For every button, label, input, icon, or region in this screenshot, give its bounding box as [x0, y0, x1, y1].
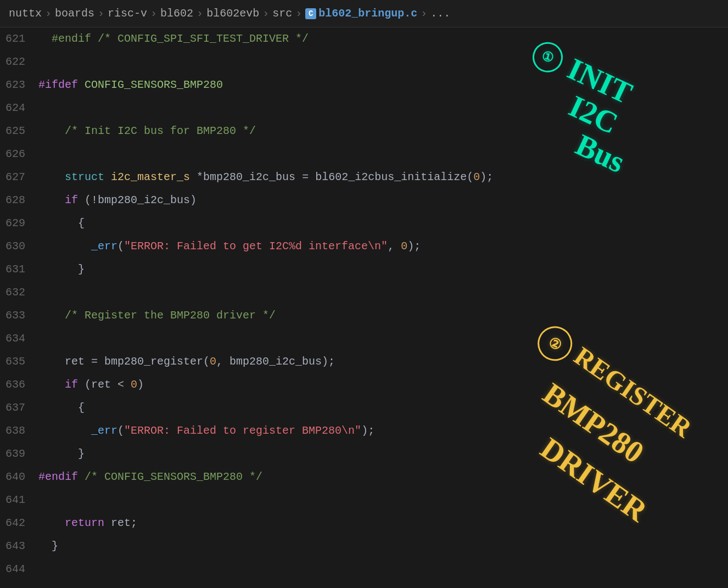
line-number: 640 — [0, 466, 38, 489]
code-text: /* Register the BMP280 driver */ — [38, 304, 728, 327]
code-line-630: 630 _err("ERROR: Failed to get I2C%d int… — [0, 235, 728, 258]
line-number: 635 — [0, 350, 38, 373]
c-file-icon: C — [305, 8, 316, 19]
sep1: › — [45, 7, 52, 20]
line-number: 639 — [0, 443, 38, 466]
sep4: › — [197, 7, 203, 20]
line-number: 631 — [0, 258, 38, 281]
line-number: 634 — [0, 327, 38, 350]
code-line-629: 629 { — [0, 212, 728, 235]
breadcrumb-ellipsis: ... — [430, 7, 450, 20]
sep5: › — [262, 7, 269, 20]
line-number: 633 — [0, 304, 38, 327]
code-line-644: 644 — [0, 558, 728, 581]
code-text: #endif /* CONFIG_SPI_SFI_TEST_DRIVER */ — [38, 27, 728, 51]
code-text: } — [38, 258, 728, 281]
breadcrumb-riscv[interactable]: risc-v — [108, 7, 147, 20]
line-number: 636 — [0, 373, 38, 396]
code-line-632: 632 — [0, 281, 728, 304]
breadcrumb-filename[interactable]: bl602_bringup.c — [318, 7, 417, 20]
line-number: 641 — [0, 489, 38, 512]
code-line-631: 631 } — [0, 258, 728, 281]
svg-text:②: ② — [546, 334, 563, 354]
line-number: 626 — [0, 143, 38, 166]
line-number: 643 — [0, 535, 38, 558]
line-number: 630 — [0, 235, 38, 258]
code-text: _err("ERROR: Failed to get I2C%d interfa… — [38, 235, 728, 258]
sep2: › — [98, 7, 104, 20]
line-number: 628 — [0, 189, 38, 212]
code-text: { — [38, 212, 728, 235]
line-number: 644 — [0, 558, 38, 581]
breadcrumb-nuttx[interactable]: nuttx — [9, 7, 42, 20]
line-number: 642 — [0, 512, 38, 535]
svg-text:①: ① — [540, 49, 556, 66]
sep3: › — [150, 7, 157, 20]
line-number: 625 — [0, 120, 38, 143]
line-number: 624 — [0, 97, 38, 120]
breadcrumb-src[interactable]: src — [272, 7, 292, 20]
svg-text:Bus: Bus — [570, 127, 630, 179]
breadcrumb-bl602[interactable]: bl602 — [160, 7, 193, 20]
code-line-628: 628 if (!bmp280_i2c_bus) — [0, 189, 728, 212]
line-number: 623 — [0, 74, 38, 97]
line-number: 621 — [0, 27, 38, 51]
line-number: 637 — [0, 396, 38, 419]
line-number: 632 — [0, 281, 38, 304]
breadcrumb-bl602evb[interactable]: bl602evb — [206, 7, 259, 20]
breadcrumb: nuttx › boards › risc-v › bl602 › bl602e… — [0, 0, 728, 27]
line-number: 622 — [0, 51, 38, 74]
sep6: › — [295, 7, 302, 20]
line-number: 638 — [0, 419, 38, 443]
breadcrumb-boards[interactable]: boards — [55, 7, 94, 20]
line-number: 629 — [0, 212, 38, 235]
sep7: › — [421, 7, 427, 20]
line-number: 627 — [0, 166, 38, 189]
code-line-621: 621 #endif /* CONFIG_SPI_SFI_TEST_DRIVER… — [0, 27, 728, 51]
code-line-633: 633 /* Register the BMP280 driver */ — [0, 304, 728, 327]
